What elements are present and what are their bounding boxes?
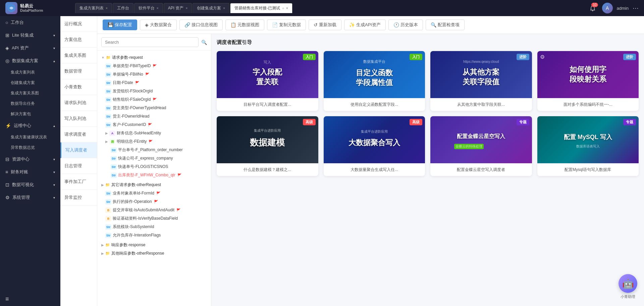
sidebar-sub-item-unpack[interactable]: 解决方案包	[11, 109, 60, 119]
reload-button[interactable]: ↺ 重新加载	[309, 19, 341, 30]
tab-close-icon[interactable]: ×	[185, 6, 187, 10]
type-badge-str: Str	[111, 147, 117, 153]
folder-icon: 📁	[105, 251, 110, 256]
second-panel-event-factory[interactable]: 事件加工厂	[60, 174, 97, 190]
tree-node-platform-order[interactable]: Str 平台单号-F_Platform_order_number	[97, 146, 211, 154]
gen-api-asset-button[interactable]: ✨ 生成API资产	[344, 19, 386, 30]
history-version-button[interactable]: 🕐 历史版本	[388, 19, 423, 30]
tree-node-bill-no[interactable]: Str 单据编号-FBillNo 🚩	[97, 70, 211, 79]
second-panel-integration-relation[interactable]: 集成关系图	[60, 48, 97, 63]
sidebar-item-sys-admin[interactable]: ⚙ 系统管理 ▾	[0, 191, 60, 204]
tree-node-logistics-nos[interactable]: Str 快递单号-FLOGISTICSNOS	[97, 163, 211, 171]
tab-software-platform[interactable]: 软件平台 ×	[134, 3, 163, 13]
sidebar-sub-item-integration-list[interactable]: 集成方案列表	[11, 67, 60, 78]
sidebar-sub-item-health[interactable]: 集成方案健康状况表	[11, 132, 60, 142]
tree-node-date[interactable]: Str 日期-FDate 🚩	[97, 79, 211, 87]
sidebar-item-ops-center[interactable]: ⚡ 运维中心 ▴	[0, 119, 60, 132]
sidebar-sub-item-data-export[interactable]: 数据导出任务	[11, 98, 60, 109]
tab-create-integration[interactable]: 创建集成方案 ×	[193, 3, 229, 13]
tree-node-operation[interactable]: Str 执行的操作-Operation 🚩	[97, 198, 211, 206]
guide-card-cross-plan[interactable]: 进阶 https://www.qeasy.cloud 从其他方案关联字段值 从其…	[430, 51, 532, 111]
tree-node-sale-org[interactable]: Str 销售组织-FSaleOrgId 🚩	[97, 95, 211, 104]
logo-icon[interactable]	[5, 2, 17, 14]
finance-icon: ≡	[5, 169, 8, 175]
sidebar-collapse-button[interactable]: ≡	[0, 292, 60, 306]
sidebar-item-finance[interactable]: ≡ 财务对账 ▾	[0, 166, 60, 178]
guide-card-write-field[interactable]: 入门 写入 字入段配置关联 目标平台写入调度者配置...	[217, 51, 318, 111]
tab-workbench[interactable]: 工作台	[113, 3, 133, 13]
tab-manage-sales-out[interactable]: 管易销售出库对接-已测试 ○ ×	[230, 3, 292, 13]
more-options-icon[interactable]: ⋯	[633, 4, 639, 12]
tab-close-icon[interactable]: ○	[282, 6, 284, 10]
tree-node-submit-audit[interactable]: B 提交并审核-IsAutoSubmitAndAudit 🚩	[97, 206, 211, 214]
flag-icon: 🚩	[148, 123, 152, 127]
second-panel-plan-info[interactable]: 方案信息	[60, 32, 97, 48]
tree-node-owner-type[interactable]: Str 货主类型-FOwnerTypeIdHead	[97, 104, 211, 112]
sidebar-item-resource-center[interactable]: ⊟ 资源中心 ▾	[0, 153, 60, 166]
sidebar-label: API 资产	[12, 45, 29, 51]
second-panel-log-manage[interactable]: 日志管理	[60, 158, 97, 174]
tab-api-assets[interactable]: API 资产 ×	[164, 3, 192, 13]
tree-node-biz-form-id[interactable]: Str 业务对象表单Id-FormId 🚩	[97, 189, 211, 198]
node-label: 平台单号-F_Platform_order_number	[118, 147, 183, 153]
tree-node-req-params[interactable]: ▼ 📁 请求参数-request	[97, 53, 211, 62]
second-panel-run-overview[interactable]: 运行概况	[60, 16, 97, 32]
config-check-button[interactable]: 🔍 配置检查项	[426, 19, 465, 30]
tree-node-finance-info[interactable]: ▶ A 财务信息-SubHeadEntity	[97, 129, 211, 137]
tree-node-detail-info[interactable]: ▶ 囲 明细信息-FEntity 🚩	[97, 137, 211, 146]
tree-node-owner[interactable]: Str 货主-FOwnerIdHead	[97, 112, 211, 121]
tree-node-express-company[interactable]: Str 快递公司-F_express_company	[97, 154, 211, 163]
sidebar-item-data-visual[interactable]: ⊡ 数据可视化 ▾	[0, 178, 60, 191]
meta-data-view-button[interactable]: 📋 元数据视图	[225, 19, 264, 30]
second-panel-write-queue[interactable]: 写入队列池	[60, 111, 97, 127]
guide-card-field-mapping[interactable]: 进阶 ⚙ 如何使用字段映射关系 面对多个系统编码不统一-...	[537, 51, 639, 111]
tree-node-bill-type-id[interactable]: Str 单据类型-FBillTypeID 🚩	[97, 62, 211, 70]
tree-node-verify-base[interactable]: B 验证基础资料-IsVerifyBaseDataField	[97, 214, 211, 223]
tree-node-other-req[interactable]: ▶ 📁 其它请求参数-otherRequest	[97, 181, 211, 189]
second-panel-request-queue[interactable]: 请求队列池	[60, 95, 97, 111]
tree-node-other-response[interactable]: ▶ 📁 其他响应参数-otherResponse	[97, 249, 211, 258]
tree-node-response-params[interactable]: ▶ 📁 响应参数-response	[97, 241, 211, 249]
assistant-button[interactable]: 🤖 小青助理	[619, 274, 637, 299]
interface-info-view-button[interactable]: 🔗 接口信息视图	[179, 19, 223, 30]
second-panel-write-scheduler[interactable]: 写入调度者	[60, 142, 97, 158]
guide-card-mysql-write[interactable]: 专题 配置 MySQL 写入 数据库语表写入 配置Mysql语句写入数据库	[537, 116, 639, 176]
guide-card-custom-func[interactable]: 入门 数据集成平台 目定义函数学段属性值 使用自定义函数配置字段...	[324, 51, 425, 111]
guide-card-data-modeling[interactable]: 高级 集成平台进阶应用 数据建模 什么是数据建模？建模之...	[217, 116, 318, 176]
tab-close-icon[interactable]: ×	[157, 6, 159, 10]
second-panel-req-scheduler[interactable]: 请求调度者	[60, 127, 97, 142]
search-icon[interactable]: 🔍	[201, 40, 207, 45]
second-panel-data-manage[interactable]: 数据管理	[60, 63, 97, 79]
search-input[interactable]	[101, 37, 199, 47]
user-name[interactable]: admin	[617, 6, 629, 11]
tab-close-x-icon[interactable]: ×	[286, 6, 288, 10]
sidebar-sub-item-create-integration[interactable]: 创建集成方案	[11, 78, 60, 88]
sidebar-sub-item-integration-relation[interactable]: 集成方案关系图	[11, 88, 60, 98]
tab-close-icon[interactable]: ×	[106, 6, 108, 10]
tree-node-sub-system[interactable]: Str 系统模块-SubSystemId	[97, 223, 211, 231]
user-avatar[interactable]: A	[602, 3, 613, 13]
big-data-merge-button[interactable]: ◈ 大数据聚合	[140, 19, 177, 30]
guide-card-big-data-merge[interactable]: 高级 集成平台进阶应用 大数据聚合写入 大数据量聚合生成写入任...	[324, 116, 425, 176]
tree-node-stock-org[interactable]: Str 发货组织-FStockOrgId	[97, 87, 211, 95]
second-panel-abnormal-monitor[interactable]: 异常监控	[60, 190, 97, 206]
sidebar-item-workbench[interactable]: ○ 工作台	[0, 16, 60, 29]
tree-node-interlock[interactable]: Str 允许负库存-InterationFlags	[97, 231, 211, 239]
expand-icon: ▶	[105, 140, 108, 143]
tree-node-out-type[interactable]: Str 出库类型-F_WFHW_Combo_qtr 🚩	[97, 171, 211, 179]
save-config-button[interactable]: 💾 保存配置	[103, 19, 137, 30]
tab-integration-list[interactable]: 集成方案列表 ×	[75, 3, 112, 13]
second-panel-xiaoqing-query[interactable]: 小青查数	[60, 79, 97, 95]
sidebar-item-lite-integration[interactable]: ⊞ Lite 轻集成 ▾	[0, 29, 60, 42]
copy-meta-data-button[interactable]: 📄 复制元数据	[267, 19, 306, 30]
guide-card-jinshu-cloud[interactable]: 专题 配置金蝶云星空写入 金蝶云的特殊处理 配置金蝶云星空写入调度者	[430, 116, 532, 176]
notification-button[interactable]: 10	[587, 3, 598, 13]
sidebar-item-api-assets[interactable]: ◈ API 资产 ▾	[0, 42, 60, 54]
tab-close-icon[interactable]: ×	[223, 6, 225, 10]
card-badge-advanced: 高级	[410, 119, 422, 125]
tree-node-customer[interactable]: Str 客户-FCustomerID 🚩	[97, 121, 211, 129]
sidebar-item-data-integration[interactable]: ◎ 数据集成方案 ▴	[0, 54, 60, 67]
resource-icon: ⊟	[5, 157, 9, 162]
sidebar-label: 数据集成方案	[12, 58, 38, 64]
sidebar-sub-item-abnormal-data[interactable]: 异常数据总览	[11, 142, 60, 153]
